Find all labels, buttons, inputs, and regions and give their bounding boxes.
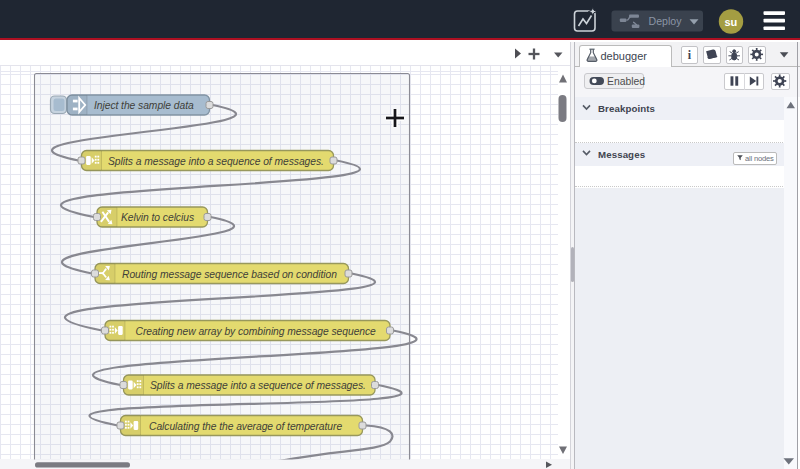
svg-text:Splits a message into a sequen: Splits a message into a sequence of mess… <box>150 380 366 391</box>
svg-text:Inject the sample data: Inject the sample data <box>94 100 194 111</box>
svg-text:i: i <box>688 48 692 62</box>
svg-text:Calculating the the average of: Calculating the the average of temperatu… <box>149 421 342 432</box>
svg-text:Creating new array by combinin: Creating new array by combining message … <box>136 326 377 337</box>
svg-text:Deploy: Deploy <box>649 15 683 27</box>
svg-text:Routing message sequence based: Routing message sequence based on condit… <box>122 269 337 280</box>
svg-text:Kelvin to celcius: Kelvin to celcius <box>121 212 194 223</box>
svg-text:su: su <box>724 16 737 28</box>
svg-text:Splits a message into a sequen: Splits a message into a sequence of mess… <box>108 156 324 167</box>
